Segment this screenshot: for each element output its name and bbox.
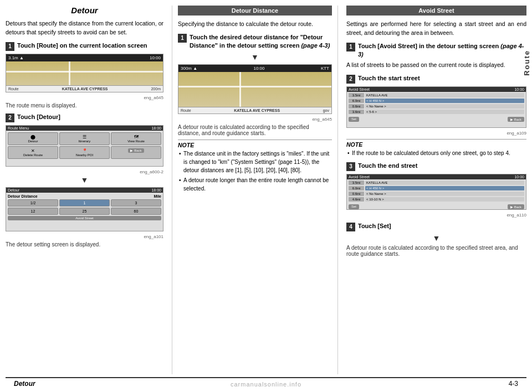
nav-route-mid: Route: [181, 109, 191, 112]
avoid-item3[interactable]: 0.6mi < No Name >: [349, 104, 524, 109]
mid-intro: Specifying the distance to calculate the…: [178, 20, 332, 29]
avoid-name1: KATELLA AVE: [365, 93, 524, 97]
avoid-item-b2[interactable]: 6.0mi < H 450 N >: [349, 186, 524, 190]
right-note-section: NOTE If the route to be calculated detou…: [346, 139, 526, 157]
avoid-topbar1: Avoid Street 10:00: [347, 87, 526, 92]
avoid-title2: Avoid Street: [349, 175, 370, 179]
col-right: Avoid Street Settings are performed here…: [338, 6, 526, 374]
avoid-item-b4[interactable]: 4.6mi < 10-10 N >: [349, 197, 524, 202]
watermark: carmanualsonline.info: [231, 381, 301, 388]
right-caption1: A list of streets to be passed on the cu…: [346, 61, 526, 70]
step1-text: Touch [Route] on the current location sc…: [17, 42, 147, 50]
avoid-item2[interactable]: 6.0mi < H 450 N >: [349, 99, 524, 103]
mid-step1-header: 1 Touch the desired detour distance for …: [178, 33, 332, 50]
nav-screen: 3.1m ▲ 10:00 Route KATELLA AVE CYPRESS 2…: [6, 54, 163, 92]
right-step2-num: 2: [346, 75, 355, 84]
nav-street-mid: KATELLA AVE CYPRESS: [234, 109, 280, 112]
right-note-title: NOTE: [346, 141, 526, 148]
nav-road-v-mid: [239, 72, 241, 107]
nav-signal-mid: KTT: [321, 66, 329, 71]
menu-btn-nearbypoi-label: Nearby POI: [76, 153, 93, 157]
caption2: The detour setting screen is displayed.: [6, 241, 163, 247]
avoid-name3: < No Name >: [365, 104, 524, 109]
right-step2-text: Touch the start street: [358, 74, 420, 82]
nav-screen-mid: 300m ▲ 10:00 KTT Route KATELLA AVE CYPRE…: [178, 65, 331, 114]
detour-cell-25[interactable]: 25: [59, 208, 110, 215]
set-btn1[interactable]: Set: [349, 117, 359, 122]
menu-btn-nearbypoi[interactable]: 📍 Nearby POI: [59, 146, 110, 159]
avoid-item4[interactable]: 3.6mi < 5-6 >: [349, 110, 524, 114]
detour-dist-label: Detour Distance: [8, 194, 38, 198]
nav-street: KATELLA AVE CYPRESS: [62, 87, 108, 91]
avoid-item-b1[interactable]: 3.5mi KATELLA AVE: [349, 180, 524, 185]
img1-label: eng_a645: [6, 95, 163, 100]
deleteroute-icon: ✕: [9, 148, 57, 153]
back-btn1[interactable]: ▶ Back: [508, 117, 524, 122]
screenshot-detour: Detour 18:00 Detour Distance Mile 1/2 1 …: [6, 187, 163, 231]
right-step1-header: 1 Touch [Avoid Street] in the detour set…: [346, 42, 526, 59]
menu-btn-itinerary-label: Itinerary: [79, 140, 91, 143]
nav-road-h: [6, 71, 163, 73]
right-step4-text: Touch [Set]: [358, 222, 391, 230]
nav-map-area: [6, 61, 163, 85]
detour-cell-60[interactable]: 60: [111, 208, 161, 215]
nav-scale: 200m: [151, 87, 161, 91]
menu-btn-deleteroute[interactable]: ✕ Delete Route: [8, 146, 58, 159]
detour-screen-time: 18:00: [151, 188, 161, 192]
avoid-time1: 10:00: [514, 87, 524, 91]
detour-cell-3[interactable]: 3: [111, 199, 161, 207]
detour-cell-1[interactable]: 1: [59, 199, 110, 207]
img1-label-right: eng_a109: [346, 131, 526, 136]
menu-btn-detour[interactable]: ⬤ Detour: [8, 132, 58, 145]
col-left: Detour Detours that specify the distance…: [6, 6, 172, 374]
detour-screen-title: Detour: [8, 188, 19, 192]
set-btn2[interactable]: Set: [349, 204, 359, 209]
right-step4-header: 4 Touch [Set]: [346, 222, 526, 231]
right-step3-text: Touch the end street: [358, 162, 417, 170]
right-step3-num: 3: [346, 162, 355, 171]
avoid-title1: Avoid Street: [349, 87, 370, 91]
footer-title: Detour: [14, 380, 35, 388]
right-header: Avoid Street: [346, 6, 526, 16]
detour-cell-12[interactable]: 12: [8, 208, 58, 215]
viewroute-icon: 🗺: [112, 135, 160, 140]
avoid-item-b3[interactable]: 0.6mi < No Name >: [349, 192, 524, 196]
itinerary-icon: ☰: [61, 135, 108, 140]
menu-btn-back[interactable]: ▶ Back: [111, 146, 161, 159]
nav-bottombar-mid: Route KATELLA AVE CYPRESS gov: [178, 107, 331, 114]
screenshot-avoid2: Avoid Street 10:00 3.5mi KATELLA AVE 6.0…: [346, 174, 526, 210]
main-content: Detour Detours that specify the distance…: [0, 0, 532, 374]
avoid-footer2: Set ▶ Back: [347, 204, 526, 210]
detour-icon: ⬤: [9, 135, 57, 140]
avoid-street-btn[interactable]: Avoid Street: [8, 216, 161, 220]
nav-road-h-mid: [178, 86, 331, 87]
right-note1: If the route to be calculated detours on…: [346, 149, 526, 157]
avoid-name2: < H 450 N >: [365, 99, 524, 103]
arrow-down-mid: ▼: [178, 53, 332, 61]
detour-cell-half[interactable]: 1/2: [8, 199, 58, 207]
detour-topbar: Detour 18:00: [6, 188, 163, 193]
caption1: The route menu is displayed.: [6, 102, 163, 109]
right-intro: Settings are performed here for selectin…: [346, 20, 526, 38]
avoid-dist-b3: 0.6mi: [349, 192, 364, 196]
avoid-dist-b4: 4.6mi: [349, 197, 364, 202]
avoid-item1[interactable]: 3.5mi KATELLA AVE: [349, 93, 524, 97]
nav-indicator-mid: 300m ▲: [181, 66, 197, 71]
avoid-topbar2: Avoid Street 10:00: [347, 174, 526, 179]
menu-btn-viewroute[interactable]: 🗺 View Route: [111, 132, 161, 145]
nav-time-mid: 10:00: [254, 66, 265, 71]
detour-screen: Detour 18:00 Detour Distance Mile 1/2 1 …: [6, 188, 163, 231]
menu-btn-viewroute-label: View Route: [127, 140, 145, 143]
img3-label: eng_a101: [6, 234, 163, 239]
left-step1-header: 1 Touch [Route] on the current location …: [6, 42, 163, 51]
mid-note-section: NOTE The distance unit in the factory se…: [178, 140, 332, 193]
nearbypoi-icon: 📍: [61, 148, 108, 153]
back-btn2[interactable]: ▶ Back: [508, 204, 524, 209]
nav-time: 10:00: [150, 55, 161, 60]
menu-btn-itinerary[interactable]: ☰ Itinerary: [59, 132, 110, 145]
avoid-name-b3: < No Name >: [365, 192, 524, 196]
detour-row2: 12 25 60: [8, 208, 161, 215]
right-step1-text: Touch [Avoid Street] in the detour setti…: [358, 42, 526, 59]
page-container: Detour Detours that specify the distance…: [0, 0, 532, 392]
avoid-list1: 3.5mi KATELLA AVE 6.0mi < H 450 N > 0.6m…: [347, 92, 526, 116]
